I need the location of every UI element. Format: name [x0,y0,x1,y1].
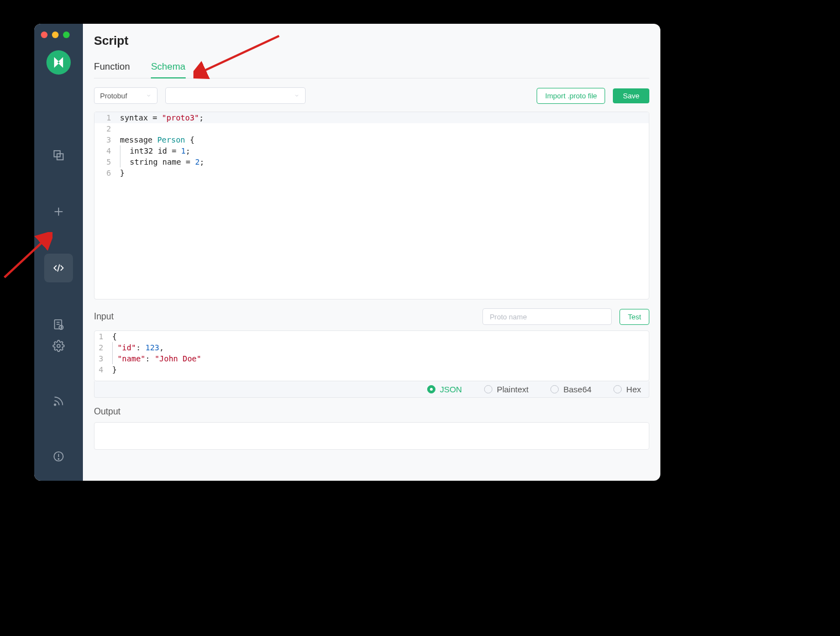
maximize-window-button[interactable] [63,31,70,38]
output-code-editor[interactable] [94,422,649,450]
app-logo [46,50,71,75]
content-area: Script Function Schema Protobuf Import .… [83,24,660,481]
nav-bottom [44,332,73,471]
format-label: Base64 [563,385,591,394]
line-number: 3 [95,134,117,145]
nav-item-info[interactable] [44,442,73,471]
format-label: JSON [440,385,462,394]
test-button[interactable]: Test [620,309,649,325]
schema-code-editor[interactable]: 1syntax = "proto3";23message Person {4 i… [94,112,649,299]
proto-name-input[interactable] [482,308,612,325]
format-select[interactable]: Protobuf [94,87,158,104]
line-number: 1 [95,112,117,123]
minimize-window-button[interactable] [52,31,59,38]
chevron-down-icon [146,92,151,100]
format-radio-base64[interactable]: Base64 [550,385,591,394]
nav-items [44,141,73,339]
code-line: 1syntax = "proto3"; [95,112,649,123]
svg-line-4 [57,265,60,272]
line-number: 1 [95,331,109,342]
save-button[interactable]: Save [613,88,649,103]
line-number: 5 [95,156,117,167]
line-number: 4 [95,145,117,156]
window-controls [41,31,70,38]
line-number: 4 [95,364,109,375]
output-section-header: Output [94,407,649,417]
svg-point-10 [54,404,56,406]
svg-point-13 [58,459,59,459]
svg-point-9 [57,344,60,348]
code-line: 1{ [95,331,649,342]
code-line: 6} [95,167,649,178]
format-radio-hex[interactable]: Hex [613,385,641,394]
input-title: Input [94,312,114,322]
input-section-header: Input Test [94,308,649,325]
nav-item-settings[interactable] [44,332,73,360]
radio-icon [550,385,559,393]
format-radio-plaintext[interactable]: Plaintext [484,385,529,394]
nav-item-add[interactable] [44,197,73,226]
code-line: 2 [95,123,649,134]
code-line: 2 "id": 123, [95,342,649,353]
code-line: 4} [95,364,649,375]
sidebar [34,24,83,481]
page-title: Script [94,34,649,48]
app-window: Script Function Schema Protobuf Import .… [34,24,660,481]
code-line: 5 string name = 2; [95,156,649,167]
radio-icon [427,385,435,393]
tab-schema[interactable]: Schema [151,61,185,78]
format-select-value: Protobuf [100,92,127,100]
code-line: 4 int32 id = 1; [95,145,649,156]
format-radio-json[interactable]: JSON [427,385,462,394]
code-line: 3 "name": "John Doe" [95,353,649,364]
schema-select[interactable] [165,87,306,104]
line-number: 2 [95,342,109,353]
tab-function[interactable]: Function [94,61,130,78]
code-line: 3message Person { [95,134,649,145]
schema-toolbar: Protobuf Import .proto file Save [94,87,649,104]
input-format-row: JSON Plaintext Base64 Hex [94,381,649,398]
tabs: Function Schema [94,61,649,78]
chevron-down-icon [294,92,300,100]
nav-item-feed[interactable] [44,387,73,416]
output-title: Output [94,407,120,417]
line-number: 6 [95,167,117,178]
radio-icon [613,385,622,393]
nav-item-script[interactable] [44,254,73,282]
format-label: Plaintext [497,385,529,394]
input-code-editor[interactable]: 1{2 "id": 123,3 "name": "John Doe"4} [94,330,649,381]
close-window-button[interactable] [41,31,48,38]
nav-item-copy[interactable] [44,141,73,170]
line-number: 2 [95,123,117,134]
import-proto-button[interactable]: Import .proto file [537,88,605,104]
format-label: Hex [626,385,641,394]
line-number: 3 [95,353,109,364]
radio-icon [484,385,492,393]
